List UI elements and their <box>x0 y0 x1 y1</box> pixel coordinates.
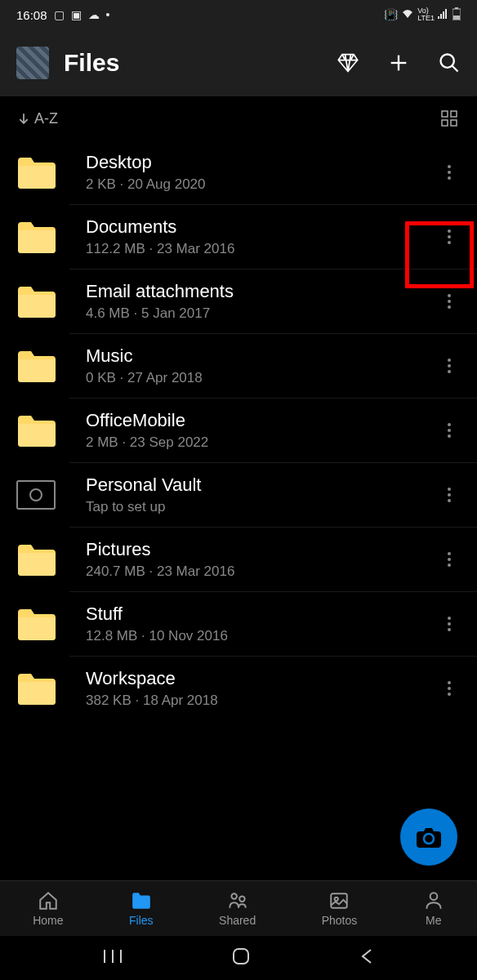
image-icon: ▢ <box>54 8 65 21</box>
photos-icon <box>328 890 350 911</box>
home-button[interactable] <box>232 947 250 969</box>
svg-rect-6 <box>453 16 460 20</box>
nav-label: Files <box>129 914 154 927</box>
svg-point-20 <box>335 898 338 901</box>
svg-rect-1 <box>440 14 442 19</box>
search-button[interactable] <box>438 51 461 74</box>
list-item[interactable]: Personal Vault Tap to set up <box>69 463 477 528</box>
system-nav <box>0 936 477 980</box>
file-meta: 4.6 MB · 5 Jan 2017 <box>86 305 430 322</box>
folder-icon <box>16 220 56 253</box>
list-item[interactable]: Pictures 240.7 MB · 23 Mar 2016 <box>69 528 477 592</box>
more-options-button[interactable] <box>430 604 469 644</box>
signal-icon <box>438 8 449 21</box>
more-options-button[interactable] <box>430 411 469 450</box>
folder-icon <box>16 608 56 640</box>
status-time: 16:08 <box>16 8 47 22</box>
nav-files[interactable]: Files <box>129 890 154 927</box>
app-header: Files <box>0 29 477 96</box>
svg-rect-3 <box>445 9 447 19</box>
home-icon <box>38 890 59 911</box>
file-meta: 12.8 MB · 10 Nov 2016 <box>86 628 430 644</box>
view-toggle-button[interactable] <box>439 109 459 128</box>
nav-label: Photos <box>322 914 358 927</box>
folder-icon <box>16 414 56 447</box>
nav-me[interactable]: Me <box>423 890 444 927</box>
more-options-button[interactable] <box>430 669 469 708</box>
folder-icon <box>16 285 56 318</box>
file-name: Music <box>86 345 430 367</box>
file-meta: 382 KB · 18 Apr 2018 <box>86 693 430 709</box>
status-bar: 16:08 ▢ ▣ ☁ • 📳 Vo)LTE1 <box>0 0 477 29</box>
more-options-button[interactable] <box>430 153 469 192</box>
app-icon: ▣ <box>71 8 82 21</box>
nav-photos[interactable]: Photos <box>322 890 358 927</box>
more-options-button[interactable] <box>430 475 469 514</box>
svg-rect-12 <box>442 111 448 117</box>
folder-icon <box>16 350 56 382</box>
files-icon <box>131 890 152 911</box>
more-options-button[interactable] <box>430 346 469 385</box>
svg-rect-14 <box>442 120 448 126</box>
lte-icon: Vo)LTE1 <box>417 7 435 22</box>
svg-line-10 <box>452 66 458 72</box>
sort-label: A-Z <box>34 110 58 127</box>
file-list[interactable]: Desktop 2 KB · 20 Aug 2020 Documents 112… <box>0 140 477 880</box>
nav-label: Me <box>426 914 441 927</box>
list-item[interactable]: Email attachments 4.6 MB · 5 Jan 2017 <box>69 270 477 334</box>
dot-icon: • <box>106 8 110 21</box>
camera-icon <box>417 826 441 848</box>
me-icon <box>423 890 444 911</box>
add-button[interactable] <box>387 51 410 74</box>
list-item[interactable]: Music 0 KB · 27 Apr 2018 <box>69 334 477 399</box>
list-item[interactable]: Desktop 2 KB · 20 Aug 2020 <box>69 140 477 205</box>
list-item[interactable]: Workspace 382 KB · 18 Apr 2018 <box>69 657 477 720</box>
svg-rect-0 <box>438 16 439 19</box>
file-meta: 0 KB · 27 Apr 2018 <box>86 370 430 386</box>
shared-icon <box>227 890 248 911</box>
wifi-icon <box>401 8 414 22</box>
file-name: Documents <box>86 216 430 238</box>
back-button[interactable] <box>360 947 373 969</box>
cloud-icon: ☁ <box>88 8 100 21</box>
nav-shared[interactable]: Shared <box>219 890 256 927</box>
file-meta: 2 MB · 23 Sep 2022 <box>86 434 430 451</box>
folder-icon <box>16 156 56 189</box>
nav-home[interactable]: Home <box>33 890 63 927</box>
folder-icon <box>16 543 56 576</box>
file-meta: 2 KB · 20 Aug 2020 <box>86 176 430 193</box>
sort-bar: A-Z <box>0 96 477 140</box>
recents-button[interactable] <box>104 949 122 967</box>
svg-rect-13 <box>451 111 457 117</box>
camera-fab[interactable] <box>400 808 457 866</box>
list-item[interactable]: OfficeMobile 2 MB · 23 Sep 2022 <box>69 399 477 463</box>
more-options-button[interactable] <box>430 282 469 321</box>
bottom-nav: Home Files Shared Photos Me <box>0 880 477 936</box>
vault-icon <box>16 480 56 510</box>
file-meta: 112.2 MB · 23 Mar 2016 <box>86 241 430 257</box>
sort-button[interactable]: A-Z <box>18 110 58 127</box>
svg-point-17 <box>231 893 237 899</box>
svg-point-21 <box>430 893 437 900</box>
file-name: Workspace <box>86 668 430 689</box>
svg-rect-2 <box>443 11 444 19</box>
file-name: Pictures <box>86 539 430 560</box>
svg-point-18 <box>239 897 245 902</box>
nav-label: Home <box>33 914 63 927</box>
svg-rect-15 <box>451 120 457 126</box>
file-name: OfficeMobile <box>86 410 430 431</box>
more-options-button[interactable] <box>430 217 469 256</box>
folder-icon <box>16 672 56 705</box>
battery-icon <box>452 7 461 23</box>
svg-point-9 <box>441 55 454 68</box>
nav-label: Shared <box>219 914 256 927</box>
list-item[interactable]: Stuff 12.8 MB · 10 Nov 2016 <box>69 592 477 657</box>
avatar[interactable] <box>16 47 49 79</box>
more-options-button[interactable] <box>430 540 469 579</box>
file-name: Stuff <box>86 604 430 625</box>
list-item[interactable]: Documents 112.2 MB · 23 Mar 2016 <box>69 205 477 270</box>
premium-icon[interactable] <box>337 51 359 74</box>
file-meta: Tap to set up <box>86 499 430 515</box>
file-meta: 240.7 MB · 23 Mar 2016 <box>86 564 430 580</box>
file-name: Email attachments <box>86 281 430 302</box>
